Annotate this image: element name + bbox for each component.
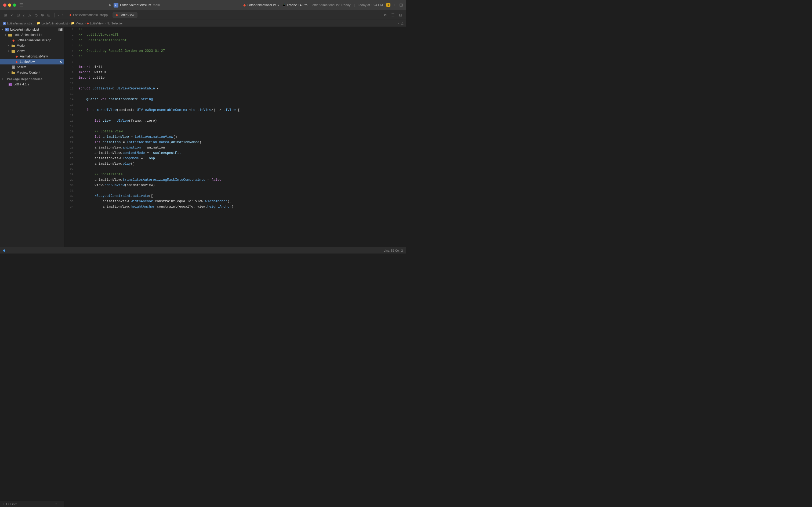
svg-text:L: L (9, 83, 10, 86)
line-number-23: 23 (64, 145, 76, 150)
folder-icon-views (11, 49, 15, 53)
sidebar-item-lottieanimationslist-group[interactable]: LottieAnimationsList (0, 32, 64, 38)
code-line-22: 22 let animation = LottieAnimation.named… (64, 139, 406, 145)
line-number-15: 15 (64, 102, 76, 107)
line-number-30: 30 (64, 183, 76, 188)
breadcrumb-lottieview[interactable]: ◆ LottieView (87, 22, 104, 25)
tab-lottieanimationslistapp[interactable]: ◆ LottieAnimationsListApp (66, 12, 111, 18)
statusbar-left (3, 249, 5, 251)
line-number-28: 28 (64, 172, 76, 177)
warning-badge[interactable]: 1 (386, 3, 391, 7)
sidebar-item-preview-content[interactable]: Preview Content (0, 70, 64, 75)
bc-sep-3: › (84, 22, 85, 25)
code-editor[interactable]: 1 // 2 // LottieView.swift 3 // LottieAn… (64, 27, 406, 247)
bc-sep-1: › (35, 22, 36, 25)
sidebar-item-lottieview[interactable]: ◆ LottieView A (0, 59, 64, 64)
chevron-preview (8, 71, 11, 74)
line-number-2: 2 (64, 32, 76, 38)
code-line-10: 10 import Lottie (64, 75, 406, 80)
line-number-14: 14 (64, 97, 76, 102)
main-layout: A LottieAnimationsList M LottieAnimation… (0, 27, 406, 247)
code-content-5: // Created by Russell Gordon on 2023-01-… (76, 48, 406, 54)
code-line-20: 20 // Lottie View (64, 129, 406, 134)
sidebar-item-lottie-package[interactable]: L Lottie 4.1.2 (0, 81, 64, 87)
split-view-button[interactable]: ⊞ (399, 2, 403, 7)
code-line-15: 15 (64, 102, 406, 107)
tab-lottieview[interactable]: ◆ LottieView (113, 12, 137, 18)
line-number-34: 34 (64, 204, 76, 210)
sidebar-toggle[interactable] (18, 3, 25, 6)
toolbar-layout-icon[interactable]: ⊡ (15, 12, 21, 18)
device-selector[interactable]: 📱 iPhone 14 Pro (282, 3, 307, 7)
project-icon: A (114, 3, 118, 7)
toolbar-flow-icon[interactable]: ⊞ (46, 12, 52, 18)
code-line-21: 21 let animationView = LottieAnimationVi… (64, 134, 406, 139)
titlebar-right: ◆ LottieAnimationsList › 📱 iPhone 14 Pro… (243, 2, 403, 7)
toolbar-search-icon[interactable]: ⌕ (22, 12, 26, 18)
breadcrumb-project[interactable]: A LottieAnimationsList (3, 22, 33, 25)
split-icon[interactable]: ⊟ (398, 12, 403, 18)
sidebar-app-label: LottieAnimationsListApp (17, 39, 64, 42)
swift-icon-animationslistview: ◆ (14, 54, 19, 59)
folder-icon-bc2: 📁 (71, 21, 75, 25)
sidebar: A LottieAnimationsList M LottieAnimation… (0, 27, 64, 247)
nav-back-button[interactable]: ‹ (57, 12, 61, 18)
chevron-packages (2, 77, 5, 80)
line-number-10: 10 (64, 75, 76, 80)
toolbar-separator-1 (54, 13, 55, 17)
add-tab-button[interactable]: + (394, 3, 396, 7)
code-content-20: // Lottie View (76, 129, 406, 134)
maximize-button[interactable] (13, 3, 16, 7)
swift-icon-tab2: ◆ (116, 13, 118, 17)
sidebar-item-views[interactable]: Views (0, 48, 64, 54)
toolbar-check-icon[interactable]: ✓ (9, 12, 14, 18)
assets-icon: A (11, 65, 15, 69)
sidebar-item-root[interactable]: A LottieAnimationsList M (0, 27, 64, 32)
code-line-11: 11 (64, 80, 406, 86)
svg-text:A: A (12, 66, 14, 69)
bc-warning-icon[interactable]: △ (401, 21, 403, 25)
code-line-17: 17 (64, 113, 406, 118)
code-content-33: animationView.widthAnchor.constraint(equ… (76, 199, 406, 204)
code-line-1: 1 // (64, 27, 406, 32)
line-number-20: 20 (64, 129, 76, 134)
code-line-28: 28 // Constraints (64, 172, 406, 177)
sidebar-item-animationslistview[interactable]: ◆ AnimationsListView (0, 54, 64, 59)
code-content-16: func makeUIView(context: UIViewRepresent… (76, 107, 406, 113)
folder-icon-model (11, 44, 15, 48)
toolbar: ⊞ ✓ ⊡ ⌕ △ ◇ ⊕ ⊞ ‹ › ◆ LottieAnimationsLi… (0, 10, 406, 20)
sidebar-item-assets[interactable]: A Assets (0, 64, 64, 70)
code-line-12: 12 struct LottieView: UIViewRepresentabl… (64, 86, 406, 91)
code-content-34: animationView.heightAnchor.constraint(eq… (76, 204, 406, 210)
toolbar-lock-icon[interactable]: ⊕ (40, 12, 45, 18)
refresh-icon[interactable]: ↺ (383, 12, 388, 18)
line-number-26: 26 (64, 161, 76, 167)
swift-icon-lottieview: ◆ (14, 60, 19, 64)
sidebar-badge-a: A (59, 60, 63, 63)
sidebar-lottie-label: Lottie 4.1.2 (13, 82, 64, 86)
code-line-13: 13 (64, 91, 406, 97)
line-number-12: 12 (64, 86, 76, 91)
sidebar-item-model[interactable]: Model (0, 43, 64, 48)
tab-indicator: ◆ LottieAnimationsList › (243, 3, 279, 7)
toolbar-grid-icon[interactable]: ⊞ (3, 12, 8, 18)
sidebar-item-app[interactable]: ◆ LottieAnimationsListApp (0, 38, 64, 43)
statusbar-right: Line: 52 Col: 2 (384, 249, 403, 252)
nav-forward-button[interactable]: › (61, 12, 65, 18)
folder-icon-preview (11, 70, 15, 75)
code-content-8: import UIKit (76, 64, 406, 70)
breadcrumb-folder[interactable]: 📁 LottieAnimationsList (37, 21, 68, 25)
close-button[interactable] (3, 3, 6, 7)
breadcrumb-views[interactable]: 📁 Views (71, 21, 83, 25)
toolbar-diamond-icon[interactable]: ◇ (34, 12, 39, 18)
list-icon[interactable]: ☰ (390, 12, 396, 18)
code-content-21: let animationView = LottieAnimationView(… (76, 134, 406, 139)
toolbar-warning-icon[interactable]: △ (27, 12, 33, 18)
run-button[interactable] (108, 3, 112, 7)
minimize-button[interactable] (8, 3, 11, 7)
sidebar-badge-m: M (58, 28, 63, 31)
code-line-33: 33 animationView.widthAnchor.constraint(… (64, 199, 406, 204)
line-number-25: 25 (64, 156, 76, 161)
code-content-32: NSLayoutConstraint.activate([ (76, 193, 406, 199)
bc-nav-left[interactable]: ‹ (398, 22, 399, 25)
